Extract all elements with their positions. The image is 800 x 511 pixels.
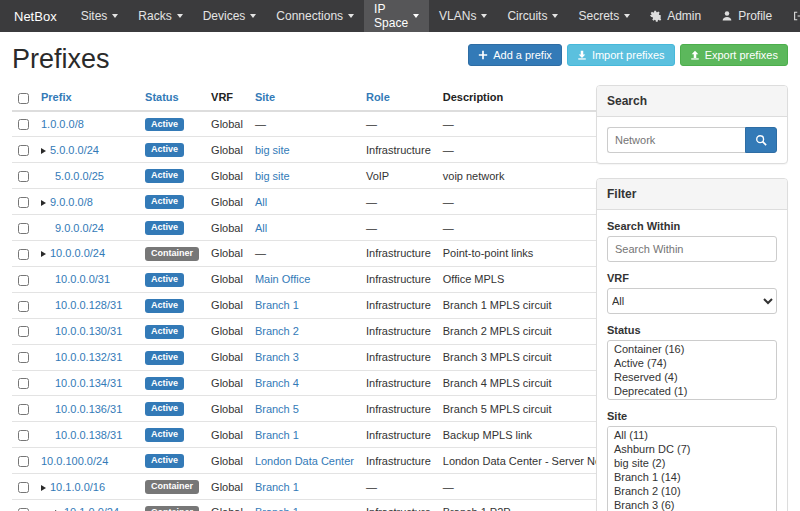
- vrf-cell: Global: [205, 474, 249, 500]
- site-link[interactable]: All: [255, 196, 267, 208]
- prefix-link[interactable]: 10.0.0.138/31: [55, 429, 122, 441]
- table-row: 10.0.0.128/31ActiveGlobalBranch 1Infrast…: [12, 292, 633, 318]
- search-button[interactable]: [745, 127, 777, 153]
- role-cell: —: [360, 215, 437, 241]
- prefix-link[interactable]: 9.0.0.0/8: [50, 196, 93, 208]
- site-link[interactable]: big site: [255, 144, 290, 156]
- nav-item-log-out[interactable]: Log out: [782, 0, 800, 32]
- prefix-link[interactable]: 9.0.0.0/24: [55, 222, 104, 234]
- role-cell: —: [360, 474, 437, 500]
- status-cell: Container: [139, 474, 205, 500]
- filter-select-vrf[interactable]: All: [607, 288, 777, 314]
- search-input[interactable]: [607, 127, 745, 153]
- row-checkbox[interactable]: [18, 430, 29, 441]
- prefix-link[interactable]: 10.1.0.0/24: [64, 506, 119, 511]
- row-checkbox[interactable]: [18, 456, 29, 467]
- expand-arrow-icon[interactable]: [41, 200, 46, 206]
- column-header-site[interactable]: Site: [249, 85, 360, 111]
- prefix-table-container: PrefixStatusVRFSiteRoleDescription 1.0.0…: [12, 85, 582, 511]
- add-a-prefix-button[interactable]: Add a prefix: [468, 44, 562, 66]
- row-checkbox[interactable]: [18, 223, 29, 234]
- site-link[interactable]: Branch 4: [255, 377, 299, 389]
- nav-item-sites[interactable]: Sites: [71, 0, 129, 32]
- row-checkbox[interactable]: [18, 119, 29, 130]
- prefix-link[interactable]: 10.0.100.0/24: [41, 455, 108, 467]
- listbox-option[interactable]: Container (16): [608, 342, 776, 356]
- select-all-checkbox[interactable]: [18, 93, 29, 104]
- nav-item-secrets[interactable]: Secrets: [568, 0, 640, 32]
- expand-arrow-icon[interactable]: [41, 485, 46, 491]
- expand-arrow-icon[interactable]: [41, 251, 46, 257]
- nav-item-ip-space[interactable]: IP Space: [364, 0, 429, 32]
- row-checkbox[interactable]: [18, 301, 29, 312]
- expand-arrow-icon[interactable]: [41, 148, 46, 154]
- vrf-cell: Global: [205, 499, 249, 511]
- prefix-link[interactable]: 10.0.0.0/31: [55, 273, 110, 285]
- row-checkbox[interactable]: [18, 482, 29, 493]
- site-cell: Branch 3: [249, 344, 360, 370]
- row-checkbox[interactable]: [18, 352, 29, 363]
- nav-item-circuits[interactable]: Circuits: [497, 0, 568, 32]
- listbox-option[interactable]: Branch 2 (10): [608, 484, 776, 498]
- listbox-option[interactable]: Branch 3 (6): [608, 498, 776, 511]
- site-link[interactable]: Branch 1: [255, 429, 299, 441]
- checkbox-cell: [12, 344, 35, 370]
- nav-item-profile[interactable]: Profile: [711, 0, 782, 32]
- prefix-link[interactable]: 10.1.0.0/16: [50, 481, 105, 493]
- row-checkbox[interactable]: [18, 145, 29, 156]
- site-link[interactable]: Branch 2: [255, 325, 299, 337]
- column-header-role[interactable]: Role: [360, 85, 437, 111]
- column-header-vrf: VRF: [205, 85, 249, 111]
- filter-input-search-within[interactable]: [607, 236, 777, 262]
- prefix-link[interactable]: 10.0.0.130/31: [55, 325, 122, 337]
- site-link[interactable]: big site: [255, 170, 290, 182]
- prefix-link[interactable]: 10.0.0.134/31: [55, 377, 122, 389]
- site-link[interactable]: Branch 3: [255, 351, 299, 363]
- column-header-prefix[interactable]: Prefix: [35, 85, 139, 111]
- nav-item-devices[interactable]: Devices: [193, 0, 267, 32]
- nav-item-admin[interactable]: Admin: [640, 0, 711, 32]
- filter-label-site: Site: [607, 410, 777, 422]
- status-badge: Active: [145, 143, 184, 157]
- listbox-option[interactable]: All (11): [608, 428, 776, 442]
- nav-item-vlans[interactable]: VLANs: [429, 0, 497, 32]
- site-link[interactable]: All: [255, 222, 267, 234]
- prefix-link[interactable]: 5.0.0.0/24: [50, 144, 99, 156]
- button-label: Export prefixes: [705, 49, 778, 61]
- site-link[interactable]: Branch 1: [255, 506, 299, 511]
- nav-item-racks[interactable]: Racks: [128, 0, 192, 32]
- site-link[interactable]: Branch 1: [255, 481, 299, 493]
- site-link[interactable]: Branch 5: [255, 403, 299, 415]
- brand[interactable]: NetBox: [0, 0, 71, 32]
- prefix-link[interactable]: 10.0.0.128/31: [55, 299, 122, 311]
- export-prefixes-button[interactable]: Export prefixes: [680, 44, 788, 66]
- listbox-option[interactable]: big site (2): [608, 456, 776, 470]
- prefix-link[interactable]: 5.0.0.0/25: [55, 170, 104, 182]
- prefix-link[interactable]: 10.0.0.132/31: [55, 351, 122, 363]
- column-header-status[interactable]: Status: [139, 85, 205, 111]
- navbar: NetBox SitesRacksDevicesConnectionsIP Sp…: [0, 0, 800, 32]
- listbox-option[interactable]: Deprecated (1): [608, 384, 776, 398]
- filter-label-vrf: VRF: [607, 272, 777, 284]
- listbox-option[interactable]: Active (74): [608, 356, 776, 370]
- listbox-option[interactable]: Branch 1 (14): [608, 470, 776, 484]
- prefix-link[interactable]: 1.0.0.0/8: [41, 118, 84, 130]
- row-checkbox[interactable]: [18, 326, 29, 337]
- row-checkbox[interactable]: [18, 249, 29, 260]
- row-checkbox[interactable]: [18, 171, 29, 182]
- row-checkbox[interactable]: [18, 197, 29, 208]
- site-link[interactable]: Branch 1: [255, 299, 299, 311]
- prefix-link[interactable]: 10.0.0.136/31: [55, 403, 122, 415]
- row-checkbox[interactable]: [18, 404, 29, 415]
- listbox-option[interactable]: Reserved (4): [608, 370, 776, 384]
- prefix-link[interactable]: 10.0.0.0/24: [50, 247, 105, 259]
- site-link[interactable]: London Data Center: [255, 455, 354, 467]
- nav-item-connections[interactable]: Connections: [266, 0, 364, 32]
- listbox-option[interactable]: Ashburn DC (7): [608, 442, 776, 456]
- import-prefixes-button[interactable]: Import prefixes: [567, 44, 675, 66]
- vrf-cell: Global: [205, 215, 249, 241]
- filter-label-status: Status: [607, 324, 777, 336]
- site-link[interactable]: Main Office: [255, 273, 310, 285]
- row-checkbox[interactable]: [18, 275, 29, 286]
- row-checkbox[interactable]: [18, 378, 29, 389]
